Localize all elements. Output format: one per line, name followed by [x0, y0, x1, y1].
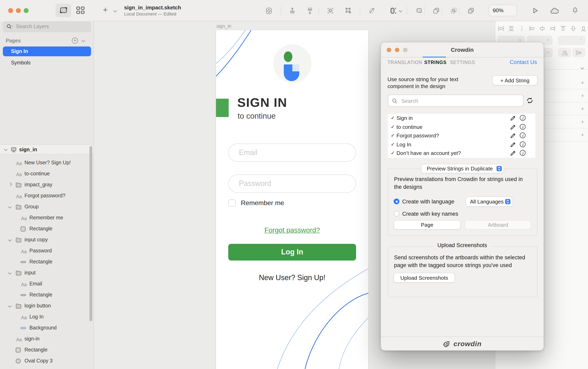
layer-row-sign-in[interactable]: Aasign-in	[0, 334, 94, 345]
move-forward-icon[interactable]	[289, 7, 296, 14]
string-row-forgot-password-[interactable]: ✓Forgot password?i	[388, 131, 535, 140]
group-icon[interactable]	[327, 7, 334, 14]
resize-chevron-icon[interactable]	[399, 9, 402, 12]
layer-row-password[interactable]: AaPassword	[0, 245, 94, 257]
resize-icon[interactable]	[389, 7, 396, 14]
signup-label[interactable]: New User? Sign Up!	[216, 274, 368, 282]
signin-artboard[interactable]: SIGN IN to continue Remember me Forgot p…	[216, 30, 368, 369]
create-with-key-names-radio[interactable]	[394, 211, 399, 217]
remember-me-checkbox[interactable]	[228, 199, 236, 207]
flip-vertical-button[interactable]	[572, 48, 585, 57]
layer-row-impact-gray[interactable]: impact_gray	[0, 180, 94, 190]
align-middle-v-icon[interactable]	[570, 26, 576, 31]
layer-chevron-icon[interactable]	[9, 183, 12, 186]
string-info-icon[interactable]: i	[520, 132, 525, 138]
add-string-button[interactable]: + Add String	[493, 75, 537, 85]
distribute-horizontal-icon[interactable]	[498, 26, 504, 31]
refresh-icon[interactable]	[526, 97, 534, 104]
sidebar-scrollbar[interactable]	[89, 146, 92, 321]
crowdin-titlebar[interactable]: Crowdin	[381, 42, 544, 58]
string-row-log-in[interactable]: ✓Log Ini	[388, 140, 535, 149]
string-info-icon[interactable]: i	[520, 141, 525, 147]
email-input[interactable]	[229, 144, 356, 161]
layer-row-email[interactable]: AaEmail	[0, 279, 94, 289]
align-bottom-icon[interactable]	[581, 26, 586, 31]
crowdin-search-field[interactable]	[388, 95, 524, 107]
inspector-section-chevron-icon[interactable]	[581, 66, 584, 70]
sidebar-page-symbols[interactable]: Symbols	[3, 58, 91, 68]
contact-us-link[interactable]: Contact Us	[510, 59, 537, 65]
union-icon[interactable]	[416, 7, 423, 14]
preview-strings-dropdown[interactable]: Preview Strings in Duplicate	[421, 164, 504, 173]
string-info-icon[interactable]: i	[520, 115, 525, 121]
crowdin-search-input[interactable]	[400, 96, 519, 106]
password-field[interactable]	[228, 175, 356, 193]
string-info-icon[interactable]: i	[520, 124, 525, 130]
layer-chevron-icon[interactable]	[8, 205, 12, 209]
edit-string-icon[interactable]	[510, 141, 516, 147]
layer-chevron-icon[interactable]	[8, 304, 12, 308]
add-style-button[interactable]: +	[581, 92, 584, 99]
layer-row-remember-me[interactable]: AaRemember me	[0, 212, 94, 223]
string-info-icon[interactable]: i	[520, 150, 525, 156]
pages-collapse-chevron-icon[interactable]	[82, 39, 85, 42]
layer-row-log-in[interactable]: AaLog In	[0, 311, 94, 322]
layer-chevron-icon[interactable]	[8, 271, 12, 275]
difference-icon[interactable]	[468, 7, 474, 14]
align-center-h-icon[interactable]	[539, 26, 545, 31]
layer-row-new-user-sign-up-[interactable]: AaNew User? Sign Up!	[0, 157, 94, 168]
tab-strings[interactable]: STRINGS	[424, 60, 447, 65]
add-page-button[interactable]: +	[72, 38, 78, 44]
string-row-sign-in[interactable]: ✓Sign ini	[388, 114, 535, 122]
insert-chevron-icon[interactable]	[114, 9, 117, 12]
close-window-button[interactable]	[8, 8, 13, 13]
align-left-icon[interactable]	[529, 26, 535, 31]
search-layers-input[interactable]	[15, 22, 84, 31]
search-layers-field[interactable]	[3, 21, 91, 32]
align-right-icon[interactable]	[550, 26, 556, 31]
string-row-to-continue[interactable]: ✓to continuei	[388, 122, 535, 131]
forgot-password-link[interactable]: Forgot password?	[216, 226, 368, 234]
add-style-button[interactable]: +	[581, 105, 584, 112]
layers-view-toggle[interactable]	[55, 4, 71, 17]
tab-translation[interactable]: TRANSLATION	[388, 60, 422, 65]
artboard-chevron-icon[interactable]	[4, 148, 8, 151]
layer-chevron-icon[interactable]	[8, 238, 12, 242]
login-button[interactable]: Log In	[228, 244, 356, 260]
cloud-sync-button[interactable]	[550, 8, 559, 14]
layer-row-rectangle[interactable]: Rectangle	[0, 223, 94, 234]
artboard-button[interactable]: Artboard	[465, 220, 531, 229]
add-style-button[interactable]: +	[581, 131, 584, 138]
minimize-window-button[interactable]	[16, 8, 21, 13]
crowdin-plugin-window[interactable]: Crowdin TRANSLATIONSTRINGSSETTINGS Conta…	[381, 42, 544, 351]
tab-settings[interactable]: SETTINGS	[450, 60, 475, 65]
move-backward-icon[interactable]	[307, 7, 314, 14]
edit-string-icon[interactable]	[510, 115, 516, 121]
ungroup-icon[interactable]	[345, 7, 352, 14]
all-languages-dropdown[interactable]: All Languages	[465, 197, 513, 207]
edit-string-icon[interactable]	[510, 150, 516, 156]
page-button[interactable]: Page	[394, 220, 461, 229]
layer-row-group[interactable]: Group	[0, 201, 94, 212]
layer-row-login-button[interactable]: login button	[0, 300, 94, 311]
add-style-button[interactable]: +	[581, 79, 584, 86]
layer-row-background[interactable]: Background	[0, 322, 94, 334]
notifications-bell-button[interactable]	[572, 7, 579, 14]
subtract-icon[interactable]	[433, 7, 440, 14]
layer-row-input[interactable]: input	[0, 268, 94, 279]
layer-row-rectangle[interactable]: Rectangle	[0, 289, 94, 300]
layer-row-forgot-password-[interactable]: AaForgot password?	[0, 190, 94, 201]
intersect-icon[interactable]	[450, 7, 457, 14]
upload-screenshots-button[interactable]: Upload Screenshots	[394, 273, 455, 283]
password-input[interactable]	[229, 175, 356, 192]
email-field[interactable]	[228, 143, 356, 162]
edit-string-icon[interactable]	[510, 124, 516, 130]
play-preview-button[interactable]	[532, 7, 539, 14]
layer-row-input-copy[interactable]: input copy	[0, 234, 94, 245]
sidebar-page-sign-in[interactable]: Sign In	[3, 47, 91, 56]
edit-string-icon[interactable]	[510, 132, 516, 139]
more-dots-icon[interactable]	[519, 26, 525, 31]
grid-view-toggle[interactable]	[76, 7, 84, 15]
string-row-don-t-have-an-account-yet-[interactable]: ✓Don’t have an account yet?i	[388, 149, 535, 158]
add-style-button[interactable]: +	[581, 118, 584, 125]
